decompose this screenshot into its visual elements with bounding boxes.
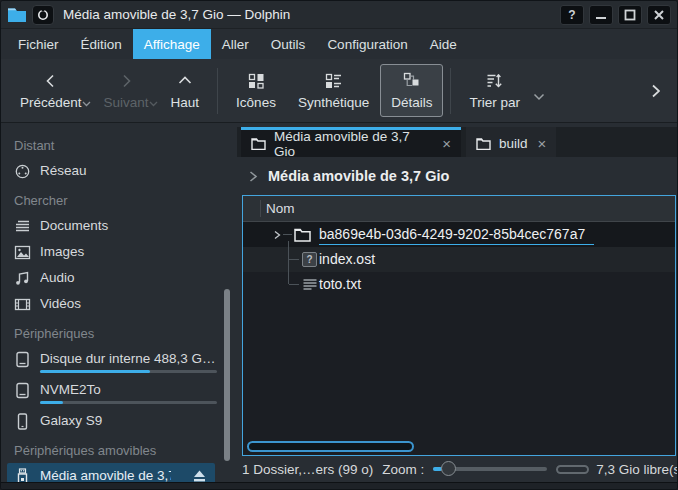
sort-icon <box>485 71 504 90</box>
menu-outils[interactable]: Outils <box>260 29 317 59</box>
chevron-left-icon <box>42 72 60 90</box>
sidebar-item-videos[interactable]: Vidéos <box>1 291 237 317</box>
details-view-icon <box>402 71 421 90</box>
document-lines-icon <box>14 218 31 235</box>
chevron-up-icon <box>176 72 194 90</box>
eject-icon[interactable] <box>192 469 207 482</box>
dolphin-window: Média amovible de 3,7 Gio — Dolphin ? Fi… <box>0 0 678 490</box>
tree-guide-line <box>289 259 299 260</box>
icons-view-button[interactable]: Icônes <box>225 64 287 117</box>
toolbar-separator <box>217 68 218 114</box>
image-icon <box>14 244 31 261</box>
folder-icon <box>294 227 311 242</box>
menu-aller[interactable]: Aller <box>211 29 260 59</box>
back-button[interactable]: Précédent <box>9 65 93 117</box>
breadcrumb-location[interactable]: Média amovible de 3,7 Gio <box>268 168 449 184</box>
sort-by-button[interactable]: Trier par <box>458 64 531 117</box>
tree-guide-line <box>288 241 289 284</box>
zoom-slider-handle[interactable] <box>441 461 456 476</box>
menu-edition[interactable]: Édition <box>70 29 133 59</box>
window-bottom-frame <box>1 482 677 489</box>
tab-close-icon[interactable]: × <box>538 136 547 151</box>
places-section-distant: Distant <box>1 129 237 158</box>
phone-icon <box>14 413 31 430</box>
places-section-peripheriques-amovibles: Périphériques amovibles <box>1 434 237 463</box>
tab-label: build <box>499 136 528 151</box>
toolbar: Précédent Suivant Haut Icônes Synthétiqu… <box>1 59 677 123</box>
toolbar-overflow-chevron-icon[interactable] <box>649 82 663 100</box>
up-button[interactable]: Haut <box>160 65 211 117</box>
text-file-icon <box>302 277 318 292</box>
sidebar-scrollbar[interactable] <box>224 289 230 461</box>
menu-affichage[interactable]: Affichage <box>133 29 211 59</box>
column-separator <box>260 200 261 217</box>
breadcrumb[interactable]: Média amovible de 3,7 Gio <box>237 157 677 195</box>
menu-aide[interactable]: Aide <box>419 29 468 59</box>
hard-drive-icon <box>14 351 31 368</box>
file-row-folder[interactable]: ba869e4b-03d6-4249-9202-85b4cec767a7 <box>243 222 675 247</box>
titlebar: Média amovible de 3,7 Gio — Dolphin ? <box>1 1 677 29</box>
minimize-button[interactable] <box>589 5 613 25</box>
tree-guide-line <box>283 234 292 235</box>
maximize-button[interactable] <box>618 5 642 25</box>
chevron-right-icon <box>247 170 259 183</box>
file-name[interactable]: index.ost <box>319 251 375 267</box>
film-icon <box>14 296 31 313</box>
horizontal-scrollbar[interactable] <box>247 441 414 452</box>
unknown-file-icon: ? <box>302 252 317 267</box>
free-space-bar <box>556 465 589 474</box>
tab-media-amovible[interactable]: Média amovible de 3,7 Gio × <box>241 127 461 157</box>
sidebar-item-audio[interactable]: Audio <box>1 265 237 291</box>
file-list: ba869e4b-03d6-4249-9202-85b4cec767a7 ? i… <box>243 222 675 455</box>
folder-view: Nom ba869e4b-03d6-4249-9202-85b4cec767a7… <box>242 195 676 456</box>
sidebar-item-documents[interactable]: Documents <box>1 213 237 239</box>
capacity-bar <box>40 370 217 373</box>
compact-view-button[interactable]: Synthétique <box>287 64 380 117</box>
window-body: Distant Réseau Chercher Documents Images… <box>1 123 677 482</box>
zoom-slider[interactable] <box>433 461 547 477</box>
tree-guide-line <box>289 284 299 285</box>
free-space-label: 7,3 Gio libre(s) <box>596 462 678 477</box>
zoom-label: Zoom : <box>382 462 424 477</box>
file-name[interactable]: ba869e4b-03d6-4249-9202-85b4cec767a7 <box>319 226 594 245</box>
file-row-toto-txt[interactable]: toto.txt <box>243 272 675 297</box>
toolbar-separator <box>450 68 451 114</box>
file-row-index-ost[interactable]: ? index.ost <box>243 247 675 272</box>
tab-close-icon[interactable]: × <box>442 136 451 151</box>
music-note-icon <box>14 270 31 287</box>
menubar: Fichier Édition Affichage Aller Outils C… <box>1 29 677 59</box>
main-area: Média amovible de 3,7 Gio × build × Médi… <box>237 123 677 482</box>
capacity-bar <box>40 401 217 404</box>
sidebar-item-media-amovible[interactable]: Média amovible de 3,7 … <box>7 463 215 482</box>
forward-button[interactable]: Suivant <box>93 65 160 117</box>
places-panel: Distant Réseau Chercher Documents Images… <box>1 123 237 482</box>
details-view-button[interactable]: Détails <box>380 64 443 117</box>
sidebar-item-galaxy-s9[interactable]: Galaxy S9 <box>1 408 237 434</box>
items-summary: 1 Dossier,…ers (99 o) <box>242 462 373 477</box>
menu-fichier[interactable]: Fichier <box>7 29 70 59</box>
chevron-down-icon[interactable] <box>533 93 545 101</box>
tabbar: Média amovible de 3,7 Gio × build × <box>237 127 677 157</box>
folder-icon <box>251 137 266 150</box>
dolphin-folder-icon <box>7 6 27 23</box>
places-section-peripheriques: Périphériques <box>1 317 237 346</box>
sidebar-item-images[interactable]: Images <box>1 239 237 265</box>
sidebar-item-disque-dur-interne[interactable]: Disque dur interne 488,3 G… <box>1 346 237 377</box>
file-name[interactable]: toto.txt <box>319 276 361 292</box>
statusbar: 1 Dossier,…ers (99 o) Zoom : 7,3 Gio lib… <box>237 456 677 482</box>
sidebar-item-reseau[interactable]: Réseau <box>1 158 237 184</box>
folder-icon <box>476 137 491 150</box>
chevron-down-icon <box>149 101 158 107</box>
help-button[interactable]: ? <box>560 5 584 25</box>
sidebar-item-nvme2to[interactable]: NVME2To <box>1 377 237 408</box>
tab-label: Média amovible de 3,7 Gio <box>274 129 434 159</box>
hard-drive-icon <box>14 382 31 399</box>
expand-chevron-icon[interactable] <box>272 230 282 240</box>
removable-media-badge-icon <box>32 5 54 25</box>
tab-build[interactable]: build × <box>466 127 556 157</box>
icons-view-icon <box>247 71 266 90</box>
menu-configuration[interactable]: Configuration <box>316 29 418 59</box>
window-title: Média amovible de 3,7 Gio — Dolphin <box>63 7 290 22</box>
close-button[interactable] <box>647 5 671 25</box>
column-header-nom[interactable]: Nom <box>243 196 675 222</box>
